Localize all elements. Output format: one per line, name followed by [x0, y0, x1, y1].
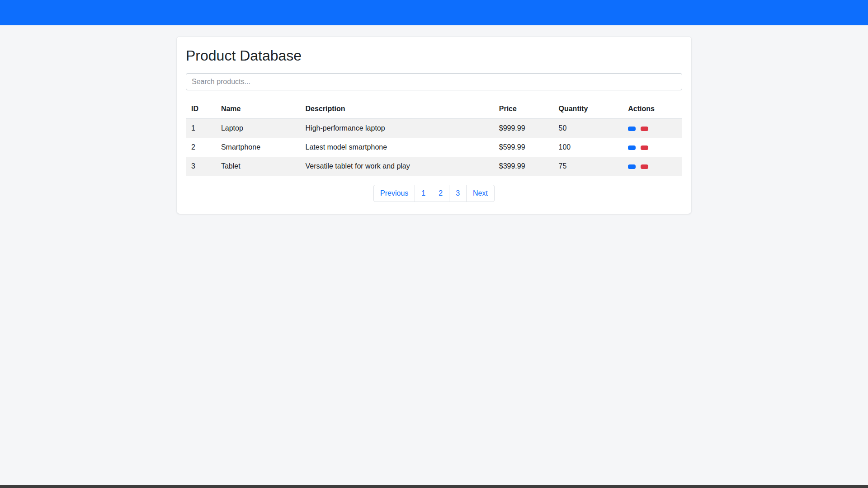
column-header-quantity: Quantity: [553, 99, 623, 119]
cell-name: Smartphone: [216, 138, 300, 157]
cell-actions: [623, 157, 682, 176]
search-input[interactable]: [186, 73, 682, 90]
cell-quantity: 75: [553, 157, 623, 176]
delete-button[interactable]: [641, 164, 648, 169]
table-row: 3 Tablet Versatile tablet for work and p…: [186, 157, 682, 176]
cell-price: $999.99: [494, 119, 553, 138]
column-header-name: Name: [216, 99, 300, 119]
cell-price: $599.99: [494, 138, 553, 157]
column-header-description: Description: [300, 99, 494, 119]
cell-actions: [623, 138, 682, 157]
table-header-row: ID Name Description Price Quantity Actio…: [186, 99, 682, 119]
edit-button[interactable]: [628, 127, 636, 131]
cell-name: Tablet: [216, 157, 300, 176]
main-content: Product Database ID Name Description Pri…: [176, 36, 692, 214]
cell-description: Latest model smartphone: [300, 138, 494, 157]
products-table: ID Name Description Price Quantity Actio…: [186, 99, 682, 176]
cell-id: 1: [186, 119, 216, 138]
cell-description: Versatile tablet for work and play: [300, 157, 494, 176]
column-header-actions: Actions: [623, 99, 682, 119]
cell-id: 2: [186, 138, 216, 157]
cell-id: 3: [186, 157, 216, 176]
column-header-price: Price: [494, 99, 553, 119]
cell-description: High-performance laptop: [300, 119, 494, 138]
page-title: Product Database: [186, 47, 682, 64]
pagination-page-2[interactable]: 2: [432, 185, 449, 202]
pagination-page-1[interactable]: 1: [415, 185, 432, 202]
table-row: 2 Smartphone Latest model smartphone $59…: [186, 138, 682, 157]
pagination-previous[interactable]: Previous: [373, 185, 415, 202]
edit-button[interactable]: [628, 145, 636, 150]
cell-quantity: 50: [553, 119, 623, 138]
column-header-id: ID: [186, 99, 216, 119]
product-database-card: Product Database ID Name Description Pri…: [176, 36, 692, 214]
edit-button[interactable]: [628, 164, 636, 169]
cell-quantity: 100: [553, 138, 623, 157]
cell-price: $399.99: [494, 157, 553, 176]
navbar: [0, 0, 868, 25]
pagination: Previous 1 2 3 Next: [186, 185, 682, 202]
cell-name: Laptop: [216, 119, 300, 138]
bottom-edge: [0, 485, 868, 488]
delete-button[interactable]: [641, 127, 648, 131]
delete-button[interactable]: [641, 145, 648, 150]
pagination-page-3[interactable]: 3: [449, 185, 467, 202]
cell-actions: [623, 119, 682, 138]
table-row: 1 Laptop High-performance laptop $999.99…: [186, 119, 682, 138]
pagination-next[interactable]: Next: [466, 185, 495, 202]
